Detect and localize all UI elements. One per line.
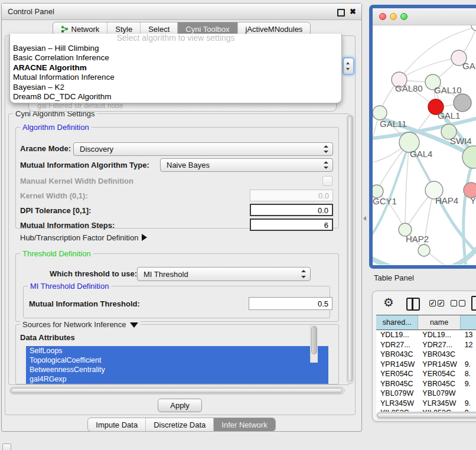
table-row[interactable]: YBL079WYBL079W [376,389,476,399]
data-attributes-label: Data Attributes [20,333,75,342]
algorithm-option[interactable]: Bayesian – Hill Climbing [10,44,341,53]
combo-arrows-icon [324,159,328,171]
deselect-all-checks-icon[interactable] [451,300,465,306]
close-icon[interactable]: ✖ [350,4,356,20]
combo-arrows-icon [324,143,328,155]
table-cell: YBL079W [418,389,460,399]
control-panel-titlebar: Control Panel ✖ [2,4,361,20]
spinner-up-icon [346,62,350,64]
float-panel-icon[interactable] [337,9,345,17]
column-header[interactable] [461,315,476,330]
mi-threshold-input[interactable]: 0.5 [249,297,332,310]
aracne-mode-label: Aracne Mode: [20,144,71,153]
hub-definition-toggle[interactable]: Hub/Transcription Factor Definition [20,233,147,242]
control-panel-title: Control Panel [8,7,54,16]
network-canvas[interactable]: GAL8GAL80GAL10GAL1GAL11SWI4GAL4GCY1HAP4Y… [373,25,476,265]
table-cell [461,389,476,399]
settings-vertical-scrollbar[interactable] [347,115,354,384]
dpi-tolerance-label: DPI Tolerance [0,1]: [20,206,91,215]
gear-icon[interactable]: ⚙ [383,295,394,309]
node-label: HAP2 [406,234,429,244]
manual-kernel-label: Manual Kernel Width Definition [20,177,133,185]
dpi-tolerance-input[interactable]: 0.0 [250,204,333,216]
table-row[interactable]: YDL19...YDL19...13 [376,330,476,340]
algorithm-option[interactable]: ARACNE Algorithm [10,63,341,73]
table-row[interactable]: YPR145WYPR145W9. [376,360,476,370]
node-label: GAL11 [380,119,407,129]
data-attribute-item[interactable]: gal4RGexp [26,374,328,384]
data-attributes-list[interactable]: SelfLoopsTopologicalCoefficientBetweenne… [26,346,328,384]
bottom-tab-impute-data[interactable]: Impute Data [88,418,146,431]
which-threshold-combo[interactable]: MI Threshold [137,267,311,281]
table-cell: YER054C [418,369,460,379]
zoom-traffic-light-icon[interactable] [400,13,407,20]
panel-divider-handle[interactable] [363,216,366,221]
network-node[interactable] [418,244,430,256]
mi-steps-label: Mutual Information Steps: [20,221,115,230]
node-label: GAL80 [395,83,423,93]
node-label: GAL10 [434,85,462,95]
apply-button[interactable]: Apply [158,399,202,412]
node-label: GAL1 [438,110,460,120]
data-attribute-item[interactable]: BetweennessCentrality [26,365,328,374]
network-icon [61,25,69,33]
algorithm-definition-group: Algorithm Definition Aracne Mode: Discov… [15,127,339,229]
kernel-width-label: Kernel Width (0,1): [20,191,88,200]
minimize-traffic-light-icon[interactable] [390,13,397,20]
table-row[interactable]: YLR345WYLR345W9. [376,399,476,409]
document-icon[interactable] [471,296,476,311]
settings-horizontal-scrollbar[interactable] [9,387,345,394]
table-cell: 9. [461,379,476,389]
panel-grip-icon[interactable] [2,444,11,450]
aracne-mode-combo[interactable]: Discovery [73,142,333,156]
node-table: shared...name YDL19...YDL19...13YDR27...… [376,315,476,418]
combo-arrows-icon [301,268,306,281]
select-all-checks-icon[interactable]: ✓✓ [429,300,444,306]
table-panel-window: ⚙ ✓✓ shared...name YDL19...YDL19...13YDR… [372,291,476,422]
table-cell: YLR345W [418,399,460,409]
algorithm-combo-spinner[interactable] [343,57,354,75]
which-threshold-label: Which threshold to use: [50,269,137,278]
table-cell: YDR27... [418,340,460,350]
table-row[interactable]: YBR043CYBR043C [376,350,476,360]
node-label: Y [470,195,476,206]
network-node-gal11[interactable] [373,106,387,120]
bottom-tab-discretize-data[interactable]: Discretize Data [146,418,214,431]
column-header[interactable]: shared... [376,315,418,330]
threshold-definition-label: Threshold Definition [20,249,93,258]
table-horizontal-scrollbar[interactable] [376,412,476,419]
table-cell [461,350,476,360]
column-header[interactable]: name [418,315,460,330]
mi-type-combo[interactable]: Naive Bayes [160,158,333,172]
list-vertical-scrollbar[interactable] [310,325,318,363]
table-cell: YBR043C [376,350,418,360]
sources-group-label[interactable]: Sources for Network Inference [20,320,141,329]
table-cell: YBR045C [376,379,418,389]
table-header-row: shared...name [376,315,476,330]
data-attribute-item[interactable]: TopologicalCoefficient [26,356,328,365]
cyni-algorithm-settings-group: Cyni Algorithm Settings Algorithm Defini… [8,113,350,385]
manual-kernel-checkbox[interactable] [322,176,332,186]
network-node[interactable] [454,94,471,112]
mi-steps-input[interactable]: 6 [250,219,333,231]
columns-icon[interactable] [406,298,420,311]
table-cell: YDL19... [418,330,460,340]
algorithm-option[interactable]: Dream8 DC_TDC Algorithm [10,92,341,102]
mi-type-label: Mutual Information Algorithm Type: [20,161,149,169]
bottom-tab-infer-network[interactable]: Infer Network [214,418,275,431]
node-label: GAL8 [462,61,476,71]
algorithm-option[interactable]: Mutual Information Inference [10,73,341,82]
table-row[interactable]: YBR045CYBR045C9. [376,379,476,389]
kernel-width-input[interactable]: 0.0 [250,190,333,201]
data-attribute-item[interactable]: SelfLoops [26,346,328,356]
close-traffic-light-icon[interactable] [379,13,386,20]
network-node[interactable] [471,25,476,31]
algorithm-definition-label: Algorithm Definition [20,123,92,132]
table-cell: 12 [461,340,476,350]
algorithm-option[interactable]: Basic Correlation Inference [10,53,341,63]
table-cell: YER054C [376,369,418,379]
table-toolbar: ⚙ ✓✓ [373,291,476,315]
table-row[interactable]: YDR27...YDR27...12 [376,340,476,350]
table-row[interactable]: YER054CYER054C8. [376,369,476,379]
algorithm-option[interactable]: Bayesian – K2 [10,83,341,92]
